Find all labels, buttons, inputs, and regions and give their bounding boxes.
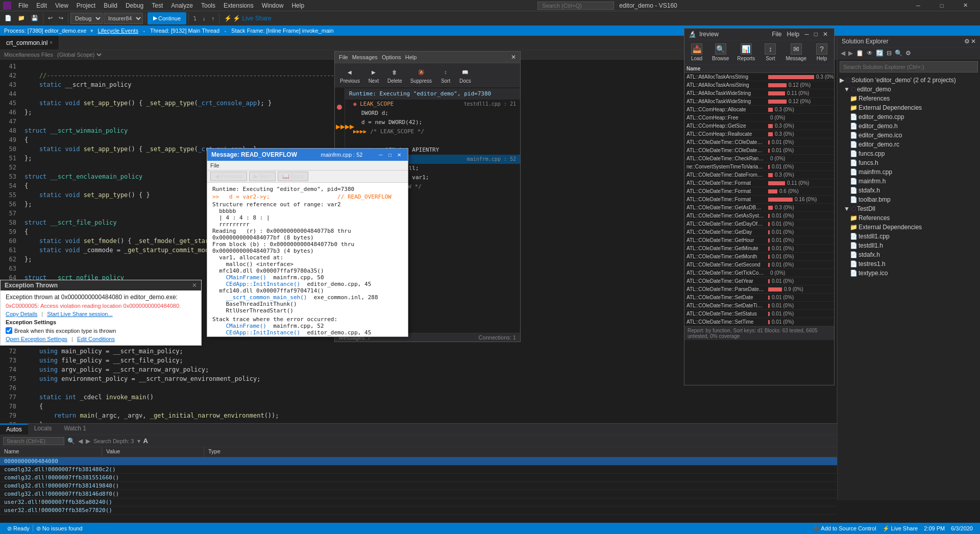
editor-tab-crt[interactable]: crt_common.inl × xyxy=(0,36,59,50)
exc-next-button[interactable]: ▶ Next xyxy=(249,172,276,181)
menu-analyze[interactable]: Analyze xyxy=(167,1,197,10)
autos-search-input[interactable] xyxy=(3,437,64,445)
new-project-button[interactable]: 📄 xyxy=(2,12,14,25)
perf-browse-button[interactable]: 🔍 Browse xyxy=(709,42,732,62)
open-settings-link[interactable]: Open Exception Settings xyxy=(6,336,67,342)
perf-load-button[interactable]: 📥 Load xyxy=(687,42,707,62)
solution-explorer-search[interactable] xyxy=(840,61,978,72)
status-live-share[interactable]: ⚡ Live Share xyxy=(879,525,921,532)
menu-edit[interactable]: Edit xyxy=(32,1,51,10)
exc-minimize-button[interactable]: ─ xyxy=(376,151,385,159)
sol-settings-icon[interactable]: ⚙ xyxy=(904,48,912,58)
search-input[interactable] xyxy=(537,2,614,10)
perf-reports-button[interactable]: 📊 Reports xyxy=(734,42,758,62)
minimize-button[interactable]: ─ xyxy=(906,0,930,11)
undo-button[interactable]: ↩ xyxy=(45,12,55,25)
perf-help-button[interactable]: ? Help xyxy=(812,42,832,62)
scope-dropdown[interactable]: (Global Scope) xyxy=(55,51,103,58)
exc-thrown-checkbox[interactable] xyxy=(6,327,12,334)
perf-minimize-button[interactable]: ─ xyxy=(802,31,811,38)
tab-autos[interactable]: Autos xyxy=(0,424,28,434)
tree-references[interactable]: 📁References xyxy=(838,94,980,103)
tree-stdafx-h[interactable]: 📄stdafx.h xyxy=(838,186,980,195)
inra-next-button[interactable]: ▶ Next xyxy=(365,65,382,85)
solution-node[interactable]: ▶ ⬡ Solution 'editor_demo' (2 of 2 proje… xyxy=(838,76,980,85)
autos-format-icon[interactable]: A xyxy=(143,437,148,445)
tree-funcs-h[interactable]: 📄funcs.h xyxy=(838,158,980,167)
perf-menu-help[interactable]: Help xyxy=(785,31,802,38)
sol-properties-icon[interactable]: 📋 xyxy=(855,48,865,58)
tab-watch1[interactable]: Watch 1 xyxy=(58,424,92,434)
sol-close-icon[interactable]: ✕ xyxy=(971,38,976,45)
perf-sort-button[interactable]: ↕ Sort xyxy=(760,42,780,62)
live-share-link[interactable]: Start Live Share session... xyxy=(47,311,112,317)
exc-link-1[interactable]: CMainFrame() xyxy=(226,274,266,281)
save-button[interactable]: 💾 xyxy=(29,12,41,25)
perf-message-button[interactable]: ✉ Message xyxy=(782,42,810,62)
copy-details-link[interactable]: Copy Details xyxy=(6,311,37,317)
step-over-button[interactable]: ⤵ xyxy=(191,12,199,25)
inra-docs-button[interactable]: 📖 Docs xyxy=(456,65,474,85)
status-add-source[interactable]: ➕ Add to Source Control xyxy=(810,525,879,532)
menu-window[interactable]: Window xyxy=(258,1,288,10)
inra-options-menu[interactable]: Options xyxy=(382,54,401,60)
exc-thrown-close[interactable]: ✕ xyxy=(192,282,197,289)
inra-messages-menu[interactable]: Messages xyxy=(352,54,378,60)
menu-file[interactable]: File xyxy=(14,1,32,10)
lifecycle-events[interactable]: Lifecycle Events xyxy=(97,28,138,34)
sol-forward-icon[interactable]: ▶ xyxy=(847,48,854,58)
project-testdll[interactable]: ▼ ⬡ TestDll xyxy=(838,204,980,213)
project-editor-demo[interactable]: ▼ ⬡ editor_demo xyxy=(838,85,980,94)
sol-filter-icon[interactable]: ⚙ xyxy=(964,38,970,45)
testdll-testdll1-cpp[interactable]: 📄testdll1.cpp xyxy=(838,232,980,241)
perf-maximize-button[interactable]: □ xyxy=(812,31,820,38)
perf-menu-file[interactable]: File xyxy=(770,31,783,38)
exc-maximize-button[interactable]: □ xyxy=(385,151,395,159)
tree-editor-demo-rc[interactable]: 📄editor_demo.rc xyxy=(838,140,980,149)
start-debug-button[interactable]: ▶ Continue xyxy=(148,12,186,25)
inra-suppress-button[interactable]: 🔕 Suppress xyxy=(407,65,435,85)
step-out-button[interactable]: ↑ xyxy=(209,12,217,25)
inra-sort-button[interactable]: ↕ Sort xyxy=(437,65,454,85)
exc-link-4[interactable]: CMainFrame() xyxy=(226,323,266,329)
tab-close-icon[interactable]: × xyxy=(50,40,53,45)
inra-prev-button[interactable]: ◀ Previous xyxy=(337,65,363,85)
solution-platform-dropdown[interactable]: Insurer84 xyxy=(104,13,143,24)
menu-view[interactable]: View xyxy=(51,1,72,10)
exc-link-5[interactable]: CEdApp::InitInstance() xyxy=(226,329,301,336)
menu-extensions[interactable]: Extensions xyxy=(219,1,258,10)
sol-back-icon[interactable]: ◀ xyxy=(840,48,846,58)
tree-editor-demo-ico[interactable]: 📄editor_demo.ico xyxy=(838,131,980,140)
maximize-button[interactable]: □ xyxy=(930,0,953,11)
inra-help-menu[interactable]: Help xyxy=(405,54,417,60)
exc-prev-button[interactable]: ◀ Previous xyxy=(210,172,247,181)
exc-docs-button[interactable]: 📖 Docs xyxy=(278,172,308,181)
tree-mainfrm-cpp[interactable]: 📄mainfrm.cpp xyxy=(838,167,980,177)
testdll-textype-ico[interactable]: 📄textype.ico xyxy=(838,269,980,278)
testdll-stdafx-h[interactable]: 📄stdafx.h xyxy=(838,250,980,259)
step-into-button[interactable]: ↓ xyxy=(200,12,208,25)
testdll-testdll1-h[interactable]: 📄testdll1.h xyxy=(838,241,980,250)
exc-link-2[interactable]: CEdApp::InitInstance() xyxy=(226,281,301,287)
solution-config-dropdown[interactable]: Debug xyxy=(70,13,103,24)
tree-funcs-cpp[interactable]: 📄funcs.cpp xyxy=(838,149,980,158)
inra-file-menu[interactable]: File xyxy=(339,54,348,60)
tree-mainfrm-h[interactable]: 📄mainfrm.h xyxy=(838,177,980,186)
autos-depth-dropdown[interactable]: ▾ xyxy=(137,438,140,445)
testdll-references[interactable]: 📁References xyxy=(838,213,980,223)
sol-collapse-icon[interactable]: ⊟ xyxy=(886,48,893,58)
tree-editor-demo-cpp[interactable]: 📄editor_demo.cpp xyxy=(838,112,980,122)
open-button[interactable]: 📁 xyxy=(15,12,28,25)
autos-forward-button[interactable]: ▶ xyxy=(86,438,90,445)
menu-debug[interactable]: Debug xyxy=(121,1,148,10)
menu-project[interactable]: Project xyxy=(72,1,100,10)
tree-ext-deps[interactable]: 📁External Dependencies xyxy=(838,103,980,112)
redo-button[interactable]: ↪ xyxy=(56,12,66,25)
inra-delete-button[interactable]: 🗑 Delete xyxy=(384,65,405,85)
tree-editor-demo-h[interactable]: 📄editor_demo.h xyxy=(838,122,980,131)
testdll-ext-deps[interactable]: 📁External Dependencies xyxy=(838,223,980,232)
perf-close-button[interactable]: ✕ xyxy=(821,31,830,38)
autos-back-button[interactable]: ◀ xyxy=(78,438,83,445)
tree-toolbar-bmp[interactable]: 📄toolbar.bmp xyxy=(838,195,980,204)
sol-show-all-icon[interactable]: 👁 xyxy=(866,48,874,58)
